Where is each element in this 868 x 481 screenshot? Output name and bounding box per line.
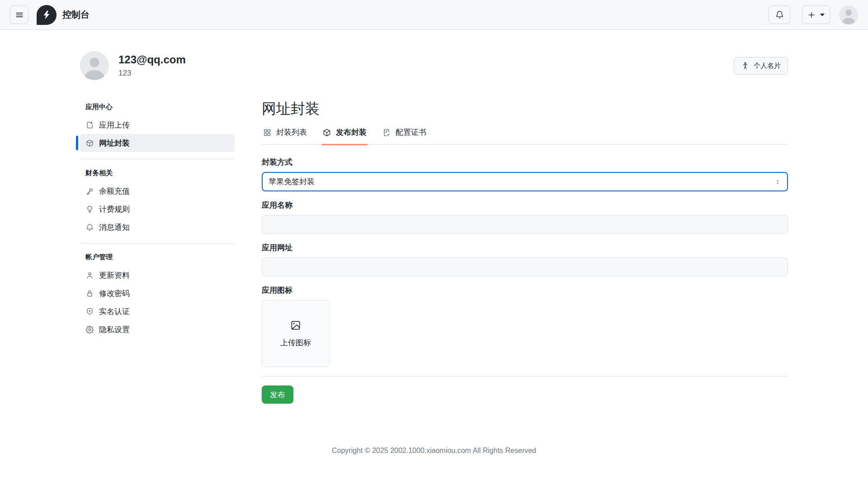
tab-label: 封装列表: [276, 127, 307, 138]
sidebar-item-change-password[interactable]: 修改密码: [80, 284, 235, 302]
profile-texts: 123@qq.com 123: [118, 53, 186, 78]
package-method-label: 封装方式: [262, 157, 788, 167]
package-method-select[interactable]: 苹果免签封装: [262, 172, 788, 191]
zap-logo-icon: [41, 10, 52, 20]
sidebar-item-label: 计费规则: [99, 204, 130, 214]
sidebar-item-label: 修改密码: [99, 288, 130, 299]
gear-icon: [85, 325, 94, 334]
sidebar-item-label: 余额充值: [99, 186, 130, 196]
create-new-dropdown-button[interactable]: [802, 5, 830, 24]
app-icon-label: 应用图标: [262, 285, 788, 295]
namecard-button-label: 个人名片: [754, 62, 781, 70]
sidebar-nav: 应用中心 应用上传: [80, 103, 235, 404]
person-figure-icon: [741, 62, 750, 70]
sidebar-item-notifications[interactable]: 消息通知: [80, 218, 235, 236]
page-title: 网址封装: [262, 100, 788, 118]
app-name-label: 应用名称: [262, 200, 788, 210]
profile-username: 123: [118, 69, 186, 78]
notifications-button[interactable]: [769, 5, 790, 24]
user-avatar[interactable]: [839, 5, 858, 24]
sidebar-item-label: 隐私设置: [99, 324, 130, 335]
tab-publish-package[interactable]: 发布封装: [321, 127, 368, 144]
shield-icon: [85, 307, 94, 316]
hamburger-menu-button[interactable]: [10, 5, 28, 24]
tab-package-list[interactable]: 封装列表: [262, 127, 308, 144]
content-layout: 应用中心 应用上传: [80, 103, 788, 404]
sidebar-item-balance-recharge[interactable]: 余额充值: [80, 182, 235, 200]
app-logo[interactable]: [37, 5, 57, 25]
icon-upload-dropzone[interactable]: 上传图标: [262, 300, 330, 367]
sidebar-item-label: 消息通知: [99, 222, 130, 233]
tab-label: 发布封装: [336, 127, 367, 138]
caret-down-icon: [820, 14, 825, 16]
plus-icon: [807, 11, 816, 19]
sidebar-section-title: 财务相关: [80, 169, 235, 177]
page-container: 123@qq.com 123 个人名片 应用中心: [80, 30, 788, 479]
copyright-text: Copyright © 2025 2002.1000.xiaomiou.com …: [332, 447, 536, 454]
package-icon: [322, 128, 331, 137]
top-navbar: 控制台: [0, 0, 868, 30]
sidebar-item-billing-rules[interactable]: 计费规则: [80, 200, 235, 218]
sidebar-item-label: 网址封装: [99, 138, 130, 148]
sidebar-item-app-upload[interactable]: 应用上传: [80, 116, 235, 134]
app-url-label: 应用网址: [262, 243, 788, 253]
select-spinner-icon: [774, 178, 781, 186]
publish-form: 封装方式 苹果免签封装 应用名称 应用网址 应用图标: [262, 157, 788, 404]
package-method-selected-value: 苹果免签封装: [269, 176, 774, 187]
app-title: 控制台: [62, 9, 90, 21]
sidebar-item-label: 应用上传: [99, 120, 130, 130]
sidebar-item-update-profile[interactable]: 更新资料: [80, 266, 235, 284]
profile-avatar[interactable]: [80, 51, 109, 80]
app-url-input[interactable]: [262, 257, 788, 276]
apps-grid-icon: [263, 128, 272, 137]
person-icon: [85, 271, 94, 280]
key-icon: [85, 187, 94, 195]
tab-bar: 封装列表 发布封装: [262, 127, 788, 145]
upload-icon: [85, 121, 94, 129]
bell-icon: [775, 10, 784, 19]
upload-icon-text: 上传图标: [280, 338, 311, 348]
sidebar-section-title: 应用中心: [80, 103, 235, 111]
sidebar-item-url-packaging[interactable]: 网址封装: [80, 134, 235, 152]
page-footer: Copyright © 2025 2002.1000.xiaomiou.com …: [80, 446, 788, 479]
sidebar-item-privacy-settings[interactable]: 隐私设置: [80, 320, 235, 338]
package-icon: [85, 139, 94, 148]
sidebar-item-label: 实名认证: [99, 306, 130, 317]
sidebar-section-app-center: 应用中心 应用上传: [80, 103, 235, 152]
sidebar-item-identity-verification[interactable]: 实名认证: [80, 302, 235, 320]
profile-email: 123@qq.com: [118, 53, 186, 67]
hamburger-icon: [15, 10, 24, 19]
bell-icon: [85, 223, 94, 232]
profile-header: 123@qq.com 123 个人名片: [80, 51, 788, 80]
main-content: 网址封装 封装列表: [262, 100, 788, 404]
avatar-placeholder-icon: [80, 51, 109, 80]
sidebar-section-title: 帐户管理: [80, 253, 235, 262]
lightbulb-icon: [85, 205, 94, 214]
app-name-input[interactable]: [262, 215, 788, 234]
form-divider: [262, 376, 788, 376]
publish-button[interactable]: 发布: [262, 386, 293, 404]
personal-namecard-button[interactable]: 个人名片: [734, 57, 788, 75]
checklist-icon: [382, 128, 391, 137]
sidebar-item-label: 更新资料: [99, 270, 130, 281]
sidebar-section-finance: 财务相关 余额充值: [80, 159, 235, 236]
tab-configure-certificate[interactable]: 配置证书: [381, 127, 427, 144]
image-icon: [290, 319, 302, 331]
sidebar-section-account: 帐户管理 更新资料: [80, 243, 235, 338]
tab-label: 配置证书: [396, 127, 426, 138]
avatar-placeholder-icon: [839, 5, 858, 24]
lock-icon: [85, 289, 94, 298]
